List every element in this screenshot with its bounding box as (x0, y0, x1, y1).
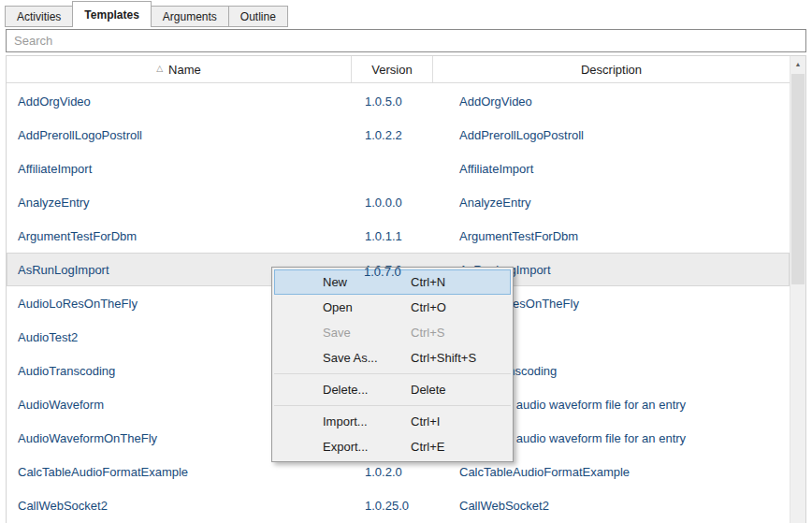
scroll-up-button[interactable]: ▲ (790, 56, 805, 72)
cell-name: ArgumentTestForDbm (7, 229, 352, 243)
cell-version: 1.0.2.0 (352, 465, 433, 479)
menu-item-shortcut: Ctrl+I (411, 414, 440, 429)
cell-version: 1.0.0.0 (352, 196, 433, 210)
search-input[interactable] (6, 29, 806, 52)
menu-item-label: New (323, 275, 411, 289)
menu-item-label: Open (323, 300, 411, 314)
menu-item-label: Save (323, 326, 411, 340)
menu-item-save-as[interactable]: Save As... Ctrl+Shift+S (274, 345, 511, 370)
cell-name: AnalyzeEntry (7, 196, 352, 210)
cell-version: 1.0.1.1 (352, 229, 433, 243)
menu-item-label: Import... (323, 414, 411, 429)
cell-description: CalcTableAudioFormatExample (433, 465, 790, 479)
cell-name: AffiliateImport (7, 162, 352, 176)
scrollbar-thumb[interactable] (791, 74, 805, 284)
cell-description: AffiliateImport (433, 162, 790, 176)
menu-item-import[interactable]: Import... Ctrl+I (274, 409, 511, 434)
tab-label: Arguments (163, 10, 217, 23)
column-header-version[interactable]: Version (352, 56, 433, 82)
tab-templates[interactable]: Templates (72, 1, 151, 27)
menu-item-save: Save Ctrl+S (274, 320, 511, 345)
tab-activities[interactable]: Activities (5, 6, 73, 27)
cell-description: CallWebSocket2 (433, 499, 790, 513)
menu-item-shortcut: Ctrl+S (411, 326, 444, 340)
cell-description: AddPrerollLogoPostroll (433, 128, 790, 142)
column-header-label: Version (371, 63, 412, 77)
menu-item-open[interactable]: Open Ctrl+O (274, 295, 511, 320)
table-row[interactable]: AnalyzeEntry 1.0.0.0 AnalyzeEntry (7, 185, 790, 219)
cell-name: CallWebSocket2 (7, 499, 352, 513)
column-header-label: Name (168, 63, 201, 77)
menu-item-shortcut: Delete (411, 383, 446, 397)
tab-label: Outline (240, 10, 276, 23)
context-menu: New Ctrl+N 1.0.7.0 Open Ctrl+O Save Ctrl… (271, 267, 514, 462)
menu-item-shortcut: Ctrl+N (411, 275, 445, 289)
column-header-description[interactable]: Description (433, 56, 790, 82)
menu-item-shortcut: Ctrl+Shift+S (411, 351, 476, 365)
up-arrow-icon: ▲ (795, 61, 802, 67)
cell-version: 1.0.25.0 (352, 499, 433, 513)
tab-arguments[interactable]: Arguments (151, 6, 229, 27)
menu-item-shortcut: Ctrl+O (411, 300, 446, 314)
tab-label: Templates (84, 8, 138, 22)
cell-description: AddOrgVideo (433, 94, 790, 109)
cell-description: ArgumentTestForDbm (433, 229, 790, 243)
menu-item-label: Save As... (323, 351, 411, 365)
table-row[interactable]: AffiliateImport AffiliateImport (7, 152, 790, 185)
column-header-name[interactable]: △ Name (7, 56, 352, 82)
table-row[interactable]: ArgumentTestForDbm 1.0.1.1 ArgumentTestF… (7, 219, 790, 253)
menu-item-label: Delete... (323, 383, 411, 397)
tab-bar: Activities Templates Arguments Outline (0, 0, 812, 27)
menu-separator (274, 373, 511, 374)
tab-label: Activities (17, 10, 61, 23)
cell-name: AddPrerollLogoPostroll (7, 128, 352, 142)
cell-version: 1.0.5.0 (352, 94, 433, 109)
grid-header: △ Name Version Description (7, 56, 790, 83)
cell-name: CalcTableAudioFormatExample (7, 465, 352, 479)
menu-item-delete[interactable]: Delete... Delete (274, 377, 511, 402)
menu-item-export[interactable]: Export... Ctrl+E (274, 434, 511, 459)
table-row[interactable]: AddOrgVideo 1.0.5.0 AddOrgVideo (7, 84, 790, 118)
tab-outline[interactable]: Outline (228, 6, 288, 27)
menu-separator (274, 405, 511, 406)
cell-name: AddOrgVideo (7, 94, 352, 109)
menu-item-shortcut: Ctrl+E (411, 440, 444, 454)
table-row[interactable]: AddPrerollLogoPostroll 1.0.2.2 AddPrerol… (7, 118, 790, 152)
table-row[interactable]: CallWebSocket2 1.0.25.0 CallWebSocket2 (7, 488, 790, 522)
menu-item-label: Export... (323, 440, 411, 454)
menu-item-new[interactable]: New Ctrl+N 1.0.7.0 (274, 269, 511, 295)
column-header-label: Description (581, 63, 642, 77)
vertical-scrollbar[interactable]: ▲ (790, 56, 805, 523)
sort-ascending-icon: △ (156, 64, 163, 73)
cell-description: AnalyzeEntry (433, 196, 790, 210)
cell-version: 1.0.2.2 (352, 128, 433, 142)
